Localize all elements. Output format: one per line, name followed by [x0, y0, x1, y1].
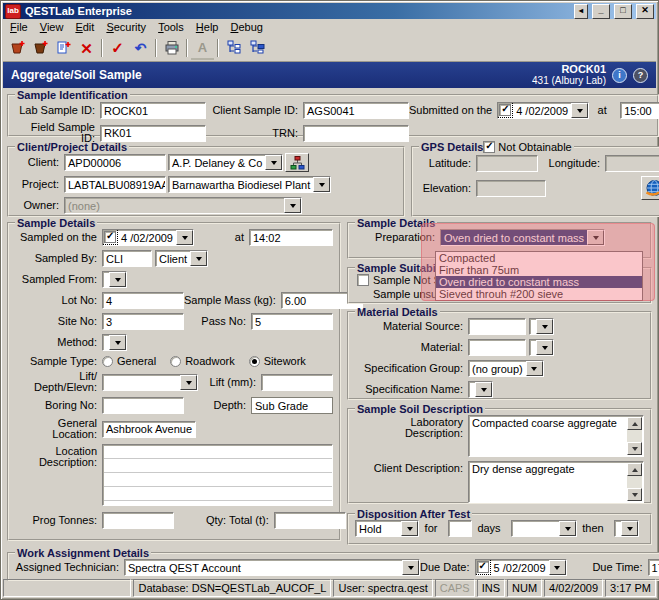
due-date-picker[interactable]: 5 /02/2009	[475, 559, 567, 576]
print-icon[interactable]	[160, 37, 183, 59]
dropdown-arrow-icon[interactable]	[109, 335, 126, 350]
boring-no-field[interactable]	[102, 397, 184, 414]
sampled-from-select[interactable]	[102, 271, 127, 288]
sampled-time-field[interactable]: 14:02	[249, 229, 333, 246]
dropdown-arrow-icon[interactable]	[401, 521, 418, 536]
dropdown-arrow-icon[interactable]	[587, 230, 604, 245]
menu-file[interactable]: File	[4, 20, 34, 34]
preparation-select[interactable]: Oven dried to constant mass	[440, 229, 605, 246]
minimize-button[interactable]: _	[592, 4, 610, 19]
dropdown-arrow-icon[interactable]	[180, 375, 197, 390]
dropdown-arrow-icon[interactable]	[559, 521, 576, 536]
client-name-select[interactable]: A.P. Delaney & Co	[168, 154, 283, 171]
general-location-field[interactable]: Ashbrook Avenue	[102, 421, 196, 438]
submitted-time-field[interactable]: 15:00	[620, 102, 659, 119]
menu-view[interactable]: View	[34, 20, 70, 34]
material-source-code-field[interactable]	[468, 318, 526, 335]
material-select[interactable]	[529, 339, 554, 356]
client-sample-id-field[interactable]: AGS0041	[303, 102, 409, 119]
field-sample-id-field[interactable]: RK01	[100, 125, 206, 142]
tree-view-icon[interactable]	[222, 37, 245, 59]
lab-tree-view-icon[interactable]	[245, 37, 268, 59]
dropdown-arrow-icon[interactable]	[313, 177, 330, 192]
dropdown-arrow-icon[interactable]	[265, 155, 282, 170]
scrollbar[interactable]	[627, 417, 642, 455]
preparation-option-selected[interactable]: Oven dried to constant mass	[436, 276, 642, 288]
dropdown-arrow-icon[interactable]	[475, 382, 492, 397]
dropdown-arrow-icon[interactable]	[526, 361, 543, 376]
disposition-days-field[interactable]	[448, 520, 472, 537]
due-date-checkbox[interactable]	[477, 561, 489, 573]
scroll-up-icon[interactable]	[627, 463, 642, 476]
assigned-technician-select[interactable]: Spectra QEST Account	[124, 559, 420, 576]
project-code-field[interactable]: LABTALBU08919AA	[64, 176, 166, 193]
preparation-option[interactable]: Compacted	[436, 252, 642, 264]
submitted-date-picker[interactable]: 4 /02/2009	[497, 102, 589, 119]
laboratory-description-field[interactable]: Compacted coarse aggregate	[468, 415, 644, 457]
menu-help[interactable]: Help	[190, 20, 225, 34]
radio-general[interactable]	[102, 356, 113, 367]
trn-field[interactable]	[303, 125, 409, 142]
gps-not-obtainable-checkbox[interactable]	[483, 141, 495, 153]
new-dark-sample-icon[interactable]	[29, 37, 52, 59]
disposition-period-select[interactable]	[511, 520, 577, 537]
new-sample-icon[interactable]	[6, 37, 29, 59]
disposition-then-select[interactable]	[614, 520, 639, 537]
dropdown-arrow-icon[interactable]	[402, 560, 419, 575]
radio-sitework[interactable]	[249, 356, 260, 367]
dropdown-arrow-icon[interactable]	[571, 103, 588, 118]
prog-tonnes-field[interactable]	[102, 512, 174, 529]
preparation-option[interactable]: Sieved throuh #200 sieve	[436, 288, 642, 300]
dropdown-arrow-icon[interactable]	[549, 560, 566, 575]
radio-roadwork[interactable]	[170, 356, 181, 367]
lift-depth-select[interactable]	[102, 374, 198, 391]
client-description-field[interactable]: Dry dense aggregate	[468, 461, 644, 503]
sampled-date-checkbox[interactable]	[104, 231, 116, 243]
client-browser-icon[interactable]	[285, 153, 309, 172]
scroll-down-icon[interactable]	[627, 442, 642, 455]
confirm-icon[interactable]: ✓	[106, 37, 129, 59]
menu-debug[interactable]: Debug	[224, 20, 268, 34]
sampled-by-code-field[interactable]: CLI	[102, 250, 152, 267]
close-button[interactable]: ✕	[636, 4, 654, 19]
menu-security[interactable]: Security	[100, 20, 152, 34]
qty-total-field[interactable]	[274, 512, 346, 529]
info-icon[interactable]: i	[612, 68, 627, 83]
new-document-icon[interactable]	[52, 37, 75, 59]
client-code-field[interactable]: APD00006	[64, 154, 166, 171]
preparation-option[interactable]: Finer than 75um	[436, 264, 642, 276]
dropdown-arrow-icon[interactable]	[190, 251, 207, 266]
sampled-by-select[interactable]: Client	[155, 250, 208, 267]
dropdown-arrow-icon[interactable]	[536, 319, 553, 334]
lot-no-field[interactable]: 4	[102, 292, 184, 309]
dropdown-arrow-icon[interactable]	[176, 230, 193, 245]
maximize-button[interactable]: □	[614, 4, 632, 19]
method-select[interactable]	[102, 334, 127, 351]
sample-not-suitable-checkbox[interactable]	[357, 274, 369, 286]
help-icon[interactable]: ?	[633, 68, 648, 83]
globe-icon[interactable]	[641, 176, 659, 200]
specification-name-select[interactable]	[468, 381, 493, 398]
location-description-field[interactable]	[102, 444, 333, 506]
scroll-up-icon[interactable]	[627, 417, 642, 430]
scrollbar[interactable]	[627, 463, 642, 501]
scroll-down-icon[interactable]	[627, 488, 642, 501]
submitted-date-checkbox[interactable]	[499, 104, 511, 116]
pass-no-field[interactable]: 5	[251, 313, 333, 330]
window-roll-button[interactable]: ◂	[574, 4, 588, 19]
depth-field[interactable]: Sub Grade	[251, 397, 333, 414]
signature-icon[interactable]: A	[191, 36, 214, 60]
due-time-field[interactable]: 17:00	[648, 559, 659, 576]
lab-sample-id-field[interactable]: ROCK01	[100, 102, 206, 119]
undo-icon[interactable]: ↶	[129, 37, 152, 59]
menu-tools[interactable]: Tools	[152, 20, 190, 34]
menu-edit[interactable]: Edit	[69, 20, 100, 34]
project-name-select[interactable]: Barnawartha Biodiesel Plant	[168, 176, 331, 193]
dropdown-arrow-icon[interactable]	[621, 521, 638, 536]
delete-icon[interactable]: ✕	[75, 37, 98, 59]
material-code-field[interactable]	[468, 339, 526, 356]
dropdown-arrow-icon[interactable]	[109, 272, 126, 287]
material-source-select[interactable]	[529, 318, 554, 335]
disposition-action-select[interactable]: Hold	[355, 520, 419, 537]
dropdown-arrow-icon[interactable]	[536, 340, 553, 355]
